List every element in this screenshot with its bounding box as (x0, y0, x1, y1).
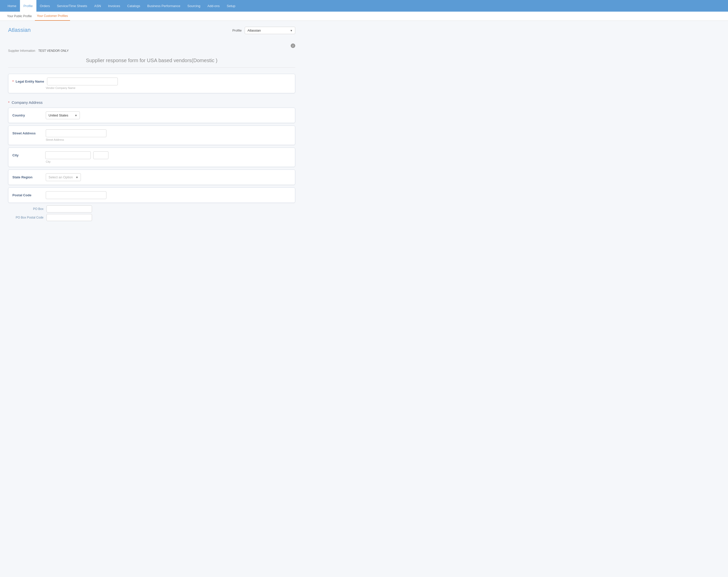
info-icon[interactable]: i (291, 44, 295, 48)
nav-catalogs[interactable]: Catalogs (124, 0, 144, 11)
legal-entity-label: * Legal Entity Name (12, 80, 44, 83)
form-title: Supplier response form for USA based ven… (8, 58, 295, 68)
street-address-card: Street Address Street Address (8, 126, 295, 145)
po-box-input[interactable] (47, 205, 92, 213)
city-extra-input[interactable] (93, 151, 108, 159)
page-title: Atlassian (8, 27, 31, 33)
po-box-label: PO Box (8, 207, 44, 211)
state-region-row: State Region Select an Option ▼ (12, 173, 291, 181)
state-select-wrapper: Select an Option ▼ (46, 173, 81, 181)
legal-entity-required-star: * (12, 80, 14, 83)
street-address-row: Street Address (12, 129, 291, 137)
legal-entity-hint: Vendor Company Name (46, 86, 291, 89)
po-box-row: PO Box (8, 205, 295, 213)
city-input[interactable] (45, 151, 91, 159)
supplier-info-label: Supplier Information (8, 49, 35, 53)
po-fields-container: PO Box PO Box Postal Code (8, 205, 295, 221)
postal-code-card: Postal Code (8, 188, 295, 203)
sub-navigation: Your Public Profile Your Customer Profil… (0, 11, 728, 21)
city-card: City City (8, 147, 295, 167)
nav-setup[interactable]: Setup (223, 0, 239, 11)
nav-profile[interactable]: Profile (20, 0, 36, 11)
info-icon-row: i (8, 44, 295, 48)
country-select-wrapper: United States Canada United Kingdom Aust… (46, 111, 80, 119)
nav-sourcing[interactable]: Sourcing (184, 0, 204, 11)
legal-entity-section: * Legal Entity Name Vendor Company Name (8, 74, 295, 93)
nav-home[interactable]: Home (4, 0, 20, 11)
nav-invoices[interactable]: Invoices (104, 0, 124, 11)
state-region-card: State Region Select an Option ▼ (8, 169, 295, 185)
nav-add-ons[interactable]: Add-ons (204, 0, 223, 11)
profile-select[interactable]: Atlassian (245, 27, 295, 34)
street-address-input[interactable] (46, 129, 106, 137)
supplier-info-value: TEST VENDOR ONLY (38, 49, 69, 53)
main-content: Atlassian Profile Atlassian ▼ i Supplier… (0, 21, 303, 234)
profile-select-wrapper: Atlassian ▼ (245, 27, 295, 34)
po-box-postal-code-input[interactable] (47, 214, 92, 221)
street-address-label: Street Address (12, 131, 43, 135)
subnav-customer-profiles[interactable]: Your Customer Profiles (35, 11, 70, 21)
postal-code-row: Postal Code (12, 191, 291, 199)
legal-entity-card: * Legal Entity Name Vendor Company Name (8, 74, 295, 93)
nav-asn[interactable]: ASN (91, 0, 105, 11)
city-label: City (12, 153, 43, 157)
country-row: Country United States Canada United King… (12, 111, 291, 119)
top-navigation: Home Profile Orders Service/Time Sheets … (0, 0, 728, 11)
state-region-label: State Region (12, 175, 43, 179)
company-address-required-star: * (8, 100, 9, 105)
city-row: City (12, 151, 291, 159)
postal-code-label: Postal Code (12, 193, 43, 197)
po-box-postal-code-label: PO Box Postal Code (8, 216, 44, 219)
nav-orders[interactable]: Orders (36, 0, 54, 11)
legal-entity-row: * Legal Entity Name (12, 78, 291, 85)
nav-service-time-sheets[interactable]: Service/Time Sheets (53, 0, 90, 11)
country-label: Country (12, 113, 43, 117)
state-region-select[interactable]: Select an Option (46, 173, 81, 181)
profile-selector-label: Profile (232, 29, 242, 32)
city-hint: City (46, 160, 291, 163)
country-select[interactable]: United States Canada United Kingdom Aust… (46, 111, 80, 119)
company-address-section: * Company Address Country United States … (8, 100, 295, 221)
legal-entity-input[interactable] (47, 78, 118, 85)
supplier-info-row: Supplier Information TEST VENDOR ONLY (8, 49, 295, 53)
postal-code-input[interactable] (46, 191, 106, 199)
nav-business-performance[interactable]: Business Performance (144, 0, 184, 11)
profile-selector-row: Profile Atlassian ▼ (232, 27, 295, 34)
street-address-hint: Street Address (46, 138, 291, 141)
country-card: Country United States Canada United King… (8, 108, 295, 123)
po-box-postal-code-row: PO Box Postal Code (8, 214, 295, 221)
company-address-heading: * Company Address (8, 100, 295, 105)
subnav-public-profile[interactable]: Your Public Profile (5, 11, 34, 21)
